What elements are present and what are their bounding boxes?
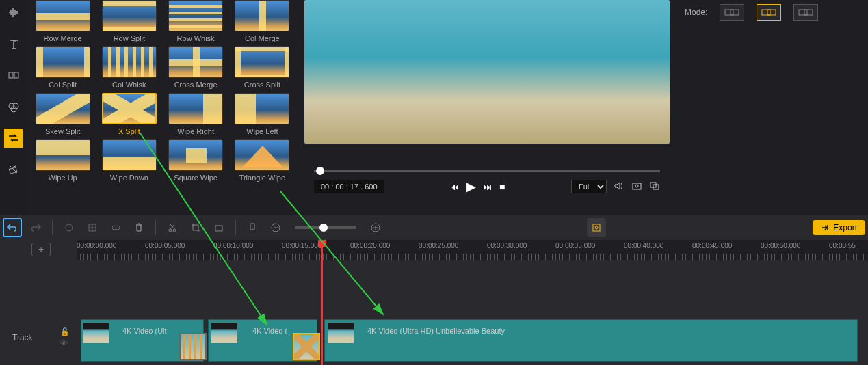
- tool-icon-3[interactable]: [106, 218, 125, 237]
- svg-point-21: [169, 229, 172, 232]
- tool-icon-1[interactable]: [60, 218, 79, 237]
- undo-button[interactable]: [3, 218, 22, 237]
- playhead[interactable]: [321, 240, 323, 365]
- svg-rect-13: [762, 10, 770, 15]
- transition-cross-split[interactable]: Cross Split: [233, 46, 292, 89]
- transition-label: Wipe Down: [110, 174, 148, 182]
- transition-label: Wipe Up: [49, 174, 77, 182]
- ruler-tick: 00:00:15.000: [282, 242, 321, 249]
- delete-button[interactable]: [129, 218, 148, 237]
- ruler-tick: 00:00:30.000: [487, 242, 527, 249]
- rotate-tool-icon[interactable]: [4, 160, 23, 179]
- visibility-icon[interactable]: 👁: [60, 339, 70, 347]
- svg-point-22: [173, 229, 176, 232]
- transition-col-merge[interactable]: Col Merge: [233, 0, 292, 42]
- svg-rect-29: [189, 334, 191, 359]
- tool-icon-2[interactable]: [83, 218, 102, 237]
- svg-rect-14: [767, 10, 776, 15]
- svg-rect-26: [593, 224, 600, 231]
- color-tool-icon[interactable]: [4, 97, 23, 116]
- transition-label: Col Split: [49, 81, 77, 89]
- zoom-slider[interactable]: [295, 226, 356, 229]
- transition-label: Wipe Right: [177, 127, 214, 135]
- prev-frame-button[interactable]: ⏮: [450, 181, 460, 192]
- transition-col-whisk[interactable]: Col Whisk: [99, 46, 159, 89]
- time-display: 00 : 00 : 17 . 600: [314, 180, 384, 193]
- preview-progress[interactable]: [314, 170, 660, 172]
- svg-rect-12: [731, 10, 739, 15]
- svg-rect-7: [633, 183, 641, 189]
- transitions-tool-icon[interactable]: [4, 129, 23, 148]
- transition-clip[interactable]: [179, 333, 207, 360]
- svg-rect-31: [200, 334, 202, 359]
- audio-tool-icon[interactable]: [4, 3, 23, 22]
- transition-row-split[interactable]: Row Split: [99, 0, 159, 42]
- transition-col-split[interactable]: Col Split: [33, 46, 92, 89]
- snapshot-icon[interactable]: [631, 180, 642, 193]
- transition-wipe-up[interactable]: Wipe Up: [33, 139, 92, 182]
- timeline-ruler[interactable]: 00:00:00.00000:00:05.00000:00:10:00000:0…: [77, 240, 868, 260]
- transition-label: X Split: [118, 127, 140, 135]
- add-track-button[interactable]: +: [31, 243, 51, 256]
- export-button[interactable]: Export: [813, 220, 865, 235]
- text-tool-icon[interactable]: A: [4, 34, 23, 53]
- fullscreen-icon[interactable]: [649, 180, 660, 193]
- preview-panel: 00 : 00 : 17 . 600 ⏮ ▶ ⏭ ■ Full: [298, 0, 676, 215]
- transition-label: Wipe Left: [246, 127, 278, 135]
- transition-label: Row Whisk: [177, 34, 215, 42]
- right-properties-panel: Mode:: [676, 0, 868, 215]
- transition-cross-merge[interactable]: Cross Merge: [166, 46, 226, 89]
- transition-label: Col Whisk: [112, 81, 146, 89]
- quality-select[interactable]: Full: [571, 180, 607, 193]
- lock-icon[interactable]: 🔓: [60, 327, 70, 336]
- tool-icon-6[interactable]: [209, 218, 228, 237]
- transition-square-wipe[interactable]: Square Wipe: [166, 139, 226, 182]
- transition-row-merge[interactable]: Row Merge: [33, 0, 92, 42]
- transition-row-whisk[interactable]: Row Whisk: [166, 0, 226, 42]
- transition-clip[interactable]: [293, 333, 320, 360]
- svg-rect-11: [725, 10, 733, 15]
- timeline-clip[interactable]: 4K Video (Ultra HD) Unbelievable Beauty: [324, 319, 858, 362]
- ruler-tick: 00:00:05.000: [145, 242, 185, 249]
- transition-wipe-right[interactable]: Wipe Right: [166, 93, 226, 135]
- render-settings-button[interactable]: [587, 218, 606, 237]
- redo-button[interactable]: [26, 218, 45, 237]
- transition-label: Row Merge: [44, 34, 82, 42]
- transition-triangle-wipe[interactable]: Triangle Wipe: [233, 139, 292, 182]
- transition-skew-split[interactable]: Skew Split: [33, 93, 92, 135]
- stop-button[interactable]: ■: [499, 181, 505, 192]
- clip-label: 4K Video (Ult: [122, 327, 167, 335]
- transition-label: Cross Split: [244, 81, 280, 89]
- svg-rect-2: [14, 72, 18, 78]
- transition-wipe-down[interactable]: Wipe Down: [99, 139, 159, 182]
- mode-prefix-button[interactable]: [757, 4, 781, 21]
- clip-label: 4K Video (Ultra HD) Unbelievable Beauty: [367, 327, 505, 335]
- transition-wipe-left[interactable]: Wipe Left: [233, 93, 292, 135]
- transition-label: Skew Split: [45, 127, 80, 135]
- ruler-tick: 00:00:35.000: [555, 242, 595, 249]
- svg-rect-30: [194, 334, 196, 359]
- crop-button[interactable]: [186, 218, 205, 237]
- transition-label: Triangle Wipe: [239, 174, 285, 182]
- transition-label: Row Split: [114, 34, 145, 42]
- transition-x-split[interactable]: X Split: [99, 93, 159, 135]
- svg-text:A: A: [14, 39, 16, 43]
- clip-label: 4K Video (: [252, 327, 287, 335]
- zoom-in-button[interactable]: [366, 218, 385, 237]
- play-button[interactable]: ▶: [466, 179, 476, 194]
- volume-icon[interactable]: [614, 180, 624, 193]
- transition-label: Cross Merge: [174, 81, 218, 89]
- next-frame-button[interactable]: ⏭: [483, 181, 492, 192]
- marker-button[interactable]: [243, 218, 262, 237]
- svg-rect-23: [215, 226, 222, 231]
- preview-video[interactable]: [304, 0, 670, 144]
- mode-postfix-button[interactable]: [793, 4, 818, 21]
- cut-button[interactable]: [163, 218, 182, 237]
- transition-label: Square Wipe: [174, 174, 218, 182]
- zoom-out-button[interactable]: [266, 218, 285, 237]
- svg-rect-1: [9, 72, 13, 78]
- ruler-tick: 00:00:40.000: [624, 242, 663, 249]
- mode-overlap-button[interactable]: [720, 4, 744, 21]
- split-tool-icon[interactable]: [4, 66, 23, 85]
- mode-label: Mode:: [685, 8, 707, 17]
